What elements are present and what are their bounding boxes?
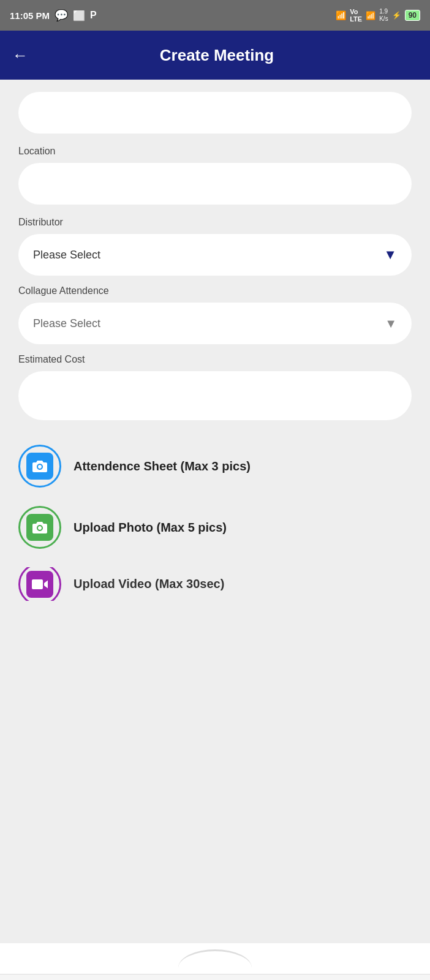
upload-video-label: Upload Video (Max 30sec)	[74, 577, 224, 591]
upload-video-icon-circle	[18, 567, 61, 601]
upload-section: Attendence Sheet (Max 3 pics) Upload Pho…	[18, 445, 412, 601]
whatsapp-icon: 💬	[55, 9, 68, 22]
distributor-label: Distributor	[18, 217, 412, 228]
charging-icon: ⚡	[392, 11, 401, 20]
estimated-cost-input[interactable]	[18, 371, 412, 420]
back-button[interactable]: ←	[12, 46, 28, 65]
attendance-icon-circle	[18, 445, 61, 488]
upload-photo-icon-circle	[18, 506, 61, 549]
location-label: Location	[18, 146, 412, 157]
lte-label: VoLTE	[350, 8, 362, 23]
screen-icon: ⬜	[73, 10, 85, 21]
colleague-label: Collague Attendence	[18, 285, 412, 296]
first-input-field[interactable]	[18, 92, 412, 134]
swipe-indicator	[178, 949, 252, 968]
distributor-section: Distributor Please Select ▼	[18, 217, 412, 276]
status-time: 11:05 PM	[10, 10, 50, 21]
attendance-camera-icon	[26, 453, 53, 480]
app-bar: ← Create Meeting	[0, 31, 430, 80]
upload-photo-camera-icon	[26, 514, 53, 541]
page-title: Create Meeting	[40, 46, 393, 65]
distributor-select-wrapper: Please Select ▼	[18, 234, 412, 276]
colleague-select-wrapper: Please Select ▼	[18, 303, 412, 344]
location-section: Location	[18, 146, 412, 214]
bottom-nav	[0, 974, 430, 980]
first-input-section	[18, 92, 412, 143]
estimated-cost-label: Estimated Cost	[18, 354, 412, 365]
main-content: Location Distributor Please Select ▼ Col…	[0, 80, 430, 943]
battery-level: 90	[405, 10, 420, 21]
upload-photo-label: Upload Photo (Max 5 pics)	[74, 521, 227, 535]
location-input[interactable]	[18, 163, 412, 205]
upload-photo[interactable]: Upload Photo (Max 5 pics)	[18, 506, 412, 549]
attendance-sheet-label: Attendence Sheet (Max 3 pics)	[74, 459, 251, 473]
wifi-icon: 📶	[336, 10, 346, 20]
attendance-sheet-upload[interactable]: Attendence Sheet (Max 3 pics)	[18, 445, 412, 488]
speed-label: 1.9K/s	[379, 8, 388, 23]
colleague-select[interactable]: Please Select	[18, 303, 412, 344]
distributor-select[interactable]: Please Select	[18, 234, 412, 276]
status-bar: 11:05 PM 💬 ⬜ P 📶 VoLTE 📶 1.9K/s ⚡ 90	[0, 0, 430, 31]
upload-video-icon	[26, 571, 53, 598]
signal-icon: 📶	[366, 11, 375, 20]
estimated-cost-section: Estimated Cost	[18, 354, 412, 439]
colleague-section: Collague Attendence Please Select ▼	[18, 285, 412, 344]
swipe-area	[0, 943, 430, 974]
upload-video[interactable]: Upload Video (Max 30sec)	[18, 567, 412, 601]
p-icon: P	[90, 10, 97, 21]
